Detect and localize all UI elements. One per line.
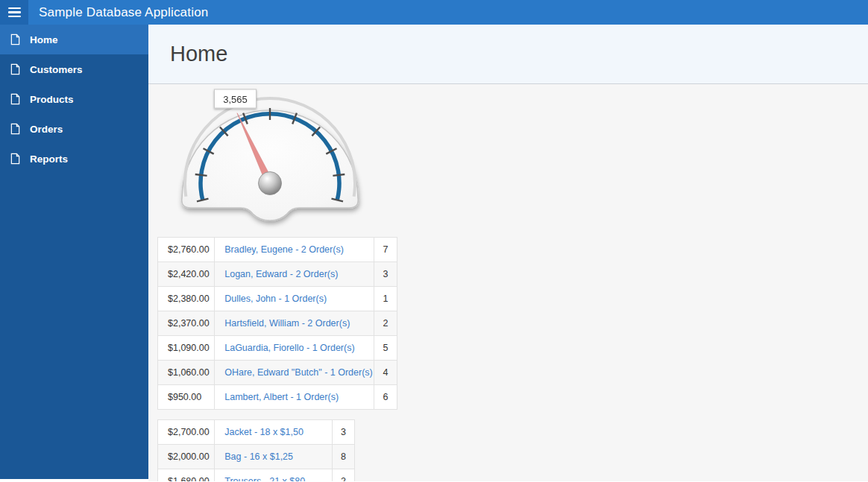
sidebar-item-label: Reports	[30, 153, 68, 165]
table-row: $950.00 Lambert, Albert - 1 Order(s) 6	[158, 385, 397, 410]
table-row: $2,380.00 Dulles, John - 1 Order(s) 1	[158, 287, 397, 311]
customer-link[interactable]: Bradley, Eugene - 2 Order(s)	[224, 244, 344, 255]
amount-cell: $1,060.00	[158, 361, 215, 385]
top-customers-table: $2,760.00 Bradley, Eugene - 2 Order(s) 7…	[157, 237, 397, 410]
table-row: $2,000.00 Bag - 16 x $1,25 8	[158, 445, 355, 469]
document-icon	[10, 123, 21, 135]
sidebar-item-label: Home	[30, 34, 58, 45]
amount-cell: $1,680.00	[158, 469, 215, 482]
page-title-band: Home	[148, 25, 868, 84]
main-content: Home	[148, 25, 868, 482]
amount-cell: $2,370.00	[158, 311, 215, 336]
document-icon	[10, 153, 21, 165]
amount-cell: $2,000.00	[158, 445, 215, 469]
amount-cell: $2,760.00	[158, 238, 215, 262]
customer-link[interactable]: OHare, Edward "Butch" - 1 Order(s)	[224, 367, 373, 378]
app-title: Sample Database Application	[28, 0, 209, 25]
table-row: $2,760.00 Bradley, Eugene - 2 Order(s) 7	[158, 238, 397, 262]
amount-cell: $950.00	[158, 385, 215, 410]
count-cell: 3	[374, 262, 397, 287]
table-row: $2,700.00 Jacket - 18 x $1,50 3	[158, 420, 355, 445]
sidebar-item-home[interactable]: Home	[0, 25, 148, 54]
count-cell: 1	[374, 287, 397, 311]
table-row: $1,680.00 Trousers - 21 x $80 2	[158, 469, 355, 482]
amount-cell: $2,380.00	[158, 287, 215, 311]
page-title: Home	[148, 25, 868, 83]
gauge-value-label: 3,565	[215, 89, 257, 108]
amount-cell: $2,700.00	[158, 420, 215, 445]
product-link[interactable]: Trousers - 21 x $80	[224, 476, 305, 481]
sidebar-item-label: Customers	[30, 64, 83, 75]
count-cell: 5	[374, 336, 397, 361]
sidebar: Home Customers Products Orders Reports	[0, 25, 148, 479]
table-row: $1,090.00 LaGuardia, Fiorello - 1 Order(…	[158, 336, 397, 361]
document-icon	[10, 34, 21, 45]
sidebar-item-reports[interactable]: Reports	[0, 144, 148, 174]
amount-cell: $1,090.00	[158, 336, 215, 361]
app-header: Sample Database Application	[0, 0, 868, 25]
customer-link[interactable]: Hartsfield, William - 2 Order(s)	[224, 318, 350, 329]
document-icon	[10, 93, 21, 105]
top-products-table: $2,700.00 Jacket - 18 x $1,50 3 $2,000.0…	[157, 419, 355, 481]
gauge-knob	[259, 172, 282, 195]
sidebar-item-products[interactable]: Products	[0, 84, 148, 114]
customer-link[interactable]: Dulles, John - 1 Order(s)	[224, 294, 327, 304]
customer-link[interactable]: LaGuardia, Fiorello - 1 Order(s)	[224, 343, 354, 353]
table-row: $2,420.00 Logan, Edward - 2 Order(s) 3	[158, 262, 397, 287]
amount-cell: $2,420.00	[158, 262, 215, 287]
sidebar-item-customers[interactable]: Customers	[0, 54, 148, 84]
count-cell: 3	[332, 420, 354, 445]
content-scroll-area: 3,565 $2,760.00 Bradley, Eugene - 2 Orde…	[148, 84, 868, 481]
product-link[interactable]: Bag - 16 x $1,25	[224, 451, 293, 462]
count-cell: 8	[332, 445, 354, 469]
gauge-value: 3,565	[223, 94, 248, 105]
sales-gauge: 3,565	[172, 88, 370, 225]
count-cell: 7	[374, 238, 397, 262]
hamburger-menu-icon[interactable]	[0, 0, 28, 25]
count-cell: 6	[374, 385, 397, 410]
table-row: $2,370.00 Hartsfield, William - 2 Order(…	[158, 311, 397, 336]
customer-link[interactable]: Logan, Edward - 2 Order(s)	[224, 269, 338, 279]
sidebar-item-label: Products	[30, 94, 74, 105]
count-cell: 2	[374, 311, 397, 336]
customer-link[interactable]: Lambert, Albert - 1 Order(s)	[224, 392, 339, 402]
sidebar-item-label: Orders	[30, 124, 63, 135]
sidebar-item-orders[interactable]: Orders	[0, 114, 148, 144]
product-link[interactable]: Jacket - 18 x $1,50	[224, 427, 304, 437]
table-row: $1,060.00 OHare, Edward "Butch" - 1 Orde…	[158, 361, 397, 385]
document-icon	[10, 63, 21, 75]
count-cell: 4	[374, 361, 397, 385]
count-cell: 2	[332, 469, 354, 482]
